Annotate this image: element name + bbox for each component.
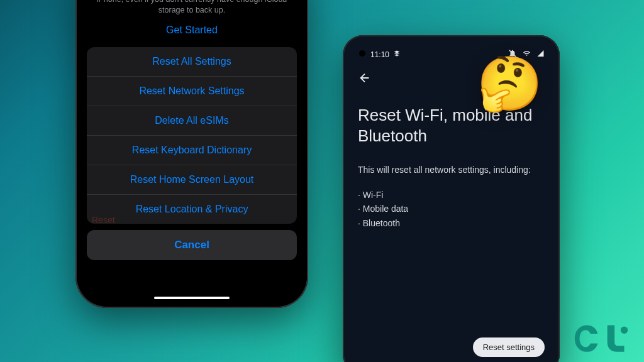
sheet-header: Prepare for New iPhone Make sure everyth… xyxy=(80,0,303,47)
background-reset-text: Reset xyxy=(92,215,115,225)
reset-keyboard-dictionary-option[interactable]: Reset Keyboard Dictionary xyxy=(87,136,297,165)
status-time: 11:10 xyxy=(370,50,389,59)
reset-home-screen-layout-option[interactable]: Reset Home Screen Layout xyxy=(87,165,297,195)
reset-all-settings-option[interactable]: Reset All Settings xyxy=(87,47,297,77)
iphone-device: Prepare for New iPhone Make sure everyth… xyxy=(75,0,308,308)
reset-options-list: Reset All Settings Reset Network Setting… xyxy=(87,47,297,224)
sheet-description: Make sure everything's ready to transfer… xyxy=(92,0,292,16)
page-description: This will reset all network settings, in… xyxy=(358,163,545,177)
reset-location-privacy-option[interactable]: Reset Location & Privacy xyxy=(87,195,297,224)
list-item: Wi-Fi xyxy=(358,188,545,202)
iphone-screen: Prepare for New iPhone Make sure everyth… xyxy=(80,0,303,303)
home-indicator[interactable] xyxy=(154,297,230,299)
delete-all-esims-option[interactable]: Delete All eSIMs xyxy=(87,106,297,136)
camera-hole xyxy=(359,50,365,57)
get-started-link[interactable]: Get Started xyxy=(92,25,292,36)
reset-items-list: Wi-Fi Mobile data Bluetooth xyxy=(358,188,545,230)
thinking-emoji: 🤔 xyxy=(477,53,543,115)
reset-settings-button[interactable]: Reset settings xyxy=(473,337,545,357)
watermark-logo xyxy=(572,319,633,354)
reset-network-settings-option[interactable]: Reset Network Settings xyxy=(87,77,297,106)
layers-icon xyxy=(393,50,401,59)
list-item: Bluetooth xyxy=(358,216,545,230)
svg-point-0 xyxy=(621,327,628,334)
list-item: Mobile data xyxy=(358,202,545,216)
cancel-button[interactable]: Cancel xyxy=(87,230,297,260)
